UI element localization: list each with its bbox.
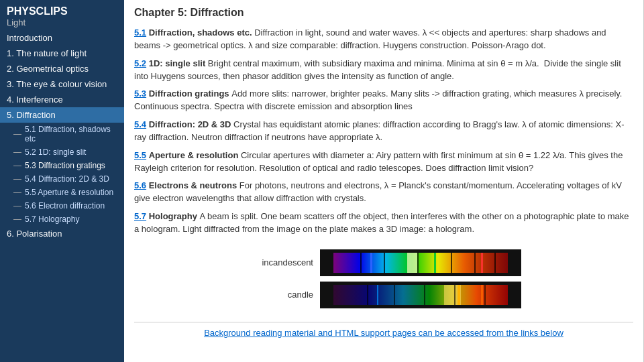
sidebar-item-eye[interactable]: 3. The eye & colour vision xyxy=(0,76,124,92)
candle-image xyxy=(320,282,521,308)
sidebar-subitem-5-1-label: 5.1 Diffraction, shadows etc xyxy=(25,125,117,143)
sidebar-item-nature[interactable]: 1. The nature of light xyxy=(0,46,124,61)
sidebar-subitem-5-1[interactable]: — 5.1 Diffraction, shadows etc xyxy=(0,123,124,145)
chapter-title: Chapter 5: Diffraction xyxy=(134,7,633,19)
section-5-6: 5.6 Electrons & neutrons For photons, ne… xyxy=(134,180,633,205)
sec-title-5-4: Diffraction: 2D & 3D xyxy=(149,119,233,129)
sidebar-subtitle: Light xyxy=(7,17,117,27)
candle-label: candle xyxy=(246,290,313,300)
sidebar-subitem-5-2[interactable]: — 5.2 1D: single slit xyxy=(0,145,124,159)
sidebar-header: PHYSCLIPS Light xyxy=(0,0,124,30)
sidebar-subitem-5-6[interactable]: — 5.6 Electron diffraction xyxy=(0,199,124,213)
sec-desc-5-7: A beam is split. One beam scatters off t… xyxy=(134,211,629,234)
sidebar-subitem-5-4[interactable]: — 5.4 Diffraction: 2D & 3D xyxy=(0,172,124,186)
bottom-link[interactable]: Background reading material and HTML sup… xyxy=(204,328,564,338)
sec-title-5-7: Holography xyxy=(149,211,200,221)
sidebar-item-interference[interactable]: 4. Interference xyxy=(0,92,124,107)
section-5-4: 5.4 Diffraction: 2D & 3D Crystal has equ… xyxy=(134,119,633,144)
dash-icon: — xyxy=(13,161,21,170)
section-5-7: 5.7 Holography A beam is split. One beam… xyxy=(134,210,633,236)
sec-num-5-4[interactable]: 5.4 xyxy=(134,119,146,129)
candle-row: candle xyxy=(246,282,521,308)
sidebar-item-intro[interactable]: Introduction xyxy=(0,30,124,46)
section-5-5: 5.5 Aperture & resolution Circular apert… xyxy=(134,149,633,175)
main-content: Chapter 5: Diffraction 5.1 Diffraction, … xyxy=(124,0,644,362)
sec-num-5-7[interactable]: 5.7 xyxy=(134,211,146,221)
section-5-1: 5.1 Diffraction, shadows etc. Diffractio… xyxy=(134,27,633,52)
bottom-link-section: Background reading material and HTML sup… xyxy=(134,322,633,343)
sidebar-subitem-5-5[interactable]: — 5.5 Aperture & resolution xyxy=(0,186,124,199)
sidebar-subitem-5-3-label: 5.3 Diffraction gratings xyxy=(25,161,105,170)
sec-title-5-1: Diffraction, shadows etc. xyxy=(149,27,254,38)
incandescent-label: incandescent xyxy=(246,257,313,267)
sidebar-subitem-5-7-label: 5.7 Holography xyxy=(25,215,79,224)
sec-num-5-6[interactable]: 5.6 xyxy=(134,180,146,190)
section-5-2: 5.2 1D: single slit Bright central maxim… xyxy=(134,58,633,83)
sidebar-subitem-5-3[interactable]: — 5.3 Diffraction gratings xyxy=(0,159,124,172)
sec-num-5-3[interactable]: 5.3 xyxy=(134,88,146,99)
sidebar-title: PHYSCLIPS xyxy=(7,5,117,17)
sec-title-5-5: Aperture & resolution xyxy=(149,150,241,160)
sec-desc-5-2: Bright central maximum, with subsidiary … xyxy=(134,58,621,81)
sidebar-subitem-5-4-label: 5.4 Diffraction: 2D & 3D xyxy=(25,174,109,184)
sidebar-item-polarisation[interactable]: 6. Polarisation xyxy=(0,226,124,241)
images-section: incandescent candle xyxy=(134,249,633,308)
sec-num-5-2[interactable]: 5.2 xyxy=(134,58,146,68)
dash-icon: — xyxy=(13,201,21,210)
dash-icon: — xyxy=(13,188,21,197)
sec-num-5-5[interactable]: 5.5 xyxy=(134,150,146,160)
sidebar-subitem-5-6-label: 5.6 Electron diffraction xyxy=(25,201,105,210)
sec-num-5-1[interactable]: 5.1 xyxy=(134,27,146,38)
dash-icon: — xyxy=(13,174,21,184)
dash-icon: — xyxy=(13,129,21,139)
sidebar-subitem-5-2-label: 5.2 1D: single slit xyxy=(25,147,86,157)
sidebar-item-geo[interactable]: 2. Geometrical optics xyxy=(0,61,124,76)
sidebar-item-diffraction[interactable]: 5. Diffraction xyxy=(0,107,124,123)
section-5-3: 5.3 Diffraction gratings Add more slits:… xyxy=(134,88,633,113)
sec-title-5-2: 1D: single slit xyxy=(149,58,208,68)
sidebar-subitem-5-7[interactable]: — 5.7 Holography xyxy=(0,213,124,226)
dash-icon: — xyxy=(13,215,21,224)
incandescent-image xyxy=(320,249,521,276)
incandescent-row: incandescent xyxy=(246,249,521,276)
sidebar: PHYSCLIPS Light Introduction 1. The natu… xyxy=(0,0,124,362)
sec-title-5-6: Electrons & neutrons xyxy=(149,180,239,190)
sidebar-subitem-5-5-label: 5.5 Aperture & resolution xyxy=(25,188,113,197)
dash-icon: — xyxy=(13,147,21,157)
sec-title-5-3: Diffraction gratings xyxy=(149,88,232,99)
